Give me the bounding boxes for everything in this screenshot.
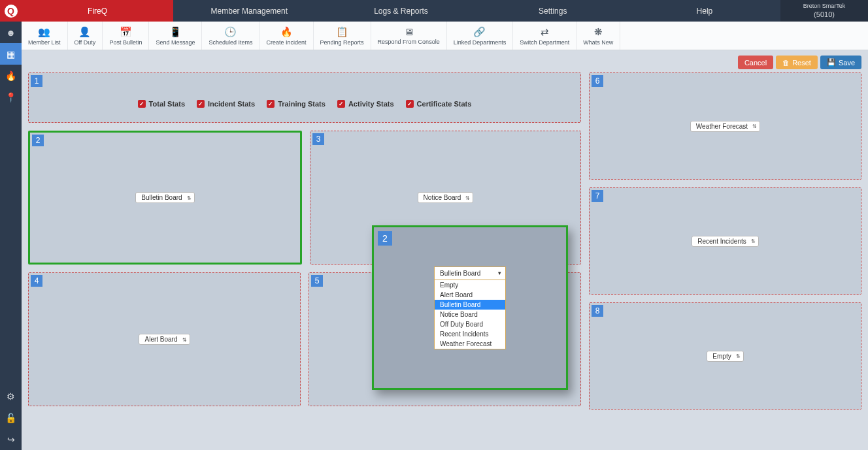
trash-icon: 🗑 <box>782 59 790 67</box>
tab-settings[interactable]: Settings <box>477 0 629 22</box>
calendar-icon: 📅 <box>120 26 132 38</box>
panel-number: 2 <box>32 135 44 146</box>
check-certificate-stats[interactable]: ✓Certificate Stats <box>406 100 472 108</box>
panel-1[interactable]: 1 ✓Total Stats ✓Incident Stats ✓Training… <box>28 72 581 123</box>
side-map-icon[interactable]: 📍 <box>0 86 22 108</box>
dropdown-option-empty[interactable]: Empty <box>435 280 505 290</box>
panel-number: 7 <box>592 190 603 202</box>
check-training-stats[interactable]: ✓Training Stats <box>267 100 326 108</box>
side-fire-icon[interactable]: 🔥 <box>0 65 22 86</box>
checkbox-icon: ✓ <box>406 100 414 108</box>
side-grid-icon[interactable]: ▦ <box>0 43 22 65</box>
panel-4[interactable]: 4 Alert Board <box>28 272 301 406</box>
panel-number: 2 <box>378 231 392 246</box>
dropdown-selected[interactable]: Bulletin Board <box>435 267 505 280</box>
panel-2[interactable]: 2 Bulletin Board <box>28 131 302 265</box>
tab-logs-reports[interactable]: Logs & Reports <box>325 0 476 22</box>
panel-7[interactable]: 7 Recent Incidents <box>589 187 861 295</box>
panel-2-detail-overlay: 2 Bulletin Board Empty Alert Board Bulle… <box>372 225 568 390</box>
tab-member-management[interactable]: Member Management <box>173 0 325 22</box>
panel-7-select[interactable]: Recent Incidents <box>692 236 759 247</box>
side-gear-icon[interactable]: ⚙ <box>0 385 22 407</box>
phone-icon: 📱 <box>169 26 182 38</box>
dropdown-option-alert-board[interactable]: Alert Board <box>435 290 505 300</box>
logo-icon: Q <box>5 5 18 18</box>
panel-8-select[interactable]: Empty <box>707 351 743 362</box>
fire-icon: 🔥 <box>280 26 293 38</box>
tool-member-list[interactable]: 👥Member List <box>22 22 68 50</box>
checkbox-icon: ✓ <box>138 100 146 108</box>
sidebar: ☻ ▦ 🔥 📍 ⚙ 🔓 ↪ <box>0 22 22 450</box>
tool-switch-department[interactable]: ⇄Switch Department <box>513 22 576 50</box>
swap-icon: ⇄ <box>541 26 549 38</box>
save-button[interactable]: 💾Save <box>820 56 861 69</box>
logo-cell[interactable]: Q <box>0 0 22 22</box>
user-name: Breton SmarTek <box>803 3 846 10</box>
side-unlock-icon[interactable]: 🔓 <box>0 407 22 428</box>
panel-4-select[interactable]: Alert Board <box>139 334 190 345</box>
tool-respond-console[interactable]: 🖥Respond From Console <box>371 22 447 50</box>
panel-number: 8 <box>592 305 603 317</box>
content-area: Cancel 🗑Reset 💾Save 1 ✓Total Stats ✓Inci… <box>22 50 868 450</box>
check-activity-stats[interactable]: ✓Activity Stats <box>337 100 394 108</box>
checkbox-icon: ✓ <box>197 100 205 108</box>
panel-number: 6 <box>592 75 603 87</box>
panel-3-select[interactable]: Notice Board <box>418 192 474 203</box>
clock-icon: 🕒 <box>224 26 237 38</box>
tool-scheduled-items[interactable]: 🕒Scheduled Items <box>202 22 259 50</box>
tool-send-message[interactable]: 📱Send Message <box>149 22 202 50</box>
save-icon: 💾 <box>827 58 836 67</box>
dropdown-option-notice-board[interactable]: Notice Board <box>435 310 505 319</box>
tool-pending-reports[interactable]: 📋Pending Reports <box>314 22 371 50</box>
panel-6-select[interactable]: Weather Forecast <box>690 121 760 132</box>
tool-create-incident[interactable]: 🔥Create Incident <box>260 22 314 50</box>
tab-fireq[interactable]: FireQ <box>22 0 173 22</box>
people-icon: 👥 <box>38 26 50 38</box>
panel-6[interactable]: 6 Weather Forecast <box>589 72 861 180</box>
user-badge[interactable]: Breton SmarTek (5010) <box>780 0 868 22</box>
tool-linked-departments[interactable]: 🔗Linked Departments <box>447 22 514 50</box>
cancel-button[interactable]: Cancel <box>738 56 773 69</box>
check-total-stats[interactable]: ✓Total Stats <box>138 100 185 108</box>
person-icon: 👤 <box>78 26 91 38</box>
reset-button[interactable]: 🗑Reset <box>776 56 818 69</box>
tool-off-duty[interactable]: 👤Off Duty <box>68 22 103 50</box>
dropdown-option-off-duty-board[interactable]: Off Duty Board <box>435 319 505 329</box>
tool-post-bulletin[interactable]: 📅Post Bulletin <box>103 22 149 50</box>
monitor-icon: 🖥 <box>404 26 414 37</box>
tool-whats-new[interactable]: ❋Whats New <box>576 22 620 50</box>
dropdown-option-bulletin-board[interactable]: Bulletin Board <box>435 300 505 310</box>
panel-2-select[interactable]: Bulletin Board <box>135 192 194 203</box>
panel-number: 5 <box>311 275 323 287</box>
toolbar: 👥Member List 👤Off Duty 📅Post Bulletin 📱S… <box>22 22 868 50</box>
checkbox-icon: ✓ <box>267 100 275 108</box>
tab-help[interactable]: Help <box>629 0 780 22</box>
link-icon: 🔗 <box>473 26 486 38</box>
dropdown-option-weather-forecast[interactable]: Weather Forecast <box>435 339 505 349</box>
panel-number: 1 <box>31 75 42 87</box>
user-id: (5010) <box>814 10 835 19</box>
clipboard-icon: 📋 <box>336 26 348 38</box>
panel-8[interactable]: 8 Empty <box>589 302 861 410</box>
side-logout-icon[interactable]: ↪ <box>0 428 22 450</box>
panel-number: 3 <box>312 133 324 145</box>
star-icon: ❋ <box>594 26 603 38</box>
panel-number: 4 <box>31 275 42 287</box>
side-face-icon[interactable]: ☻ <box>0 22 22 43</box>
checkbox-icon: ✓ <box>337 100 345 108</box>
widget-type-dropdown[interactable]: Bulletin Board Empty Alert Board Bulleti… <box>434 266 506 349</box>
dropdown-option-recent-incidents[interactable]: Recent Incidents <box>435 329 505 339</box>
check-incident-stats[interactable]: ✓Incident Stats <box>197 100 255 108</box>
dropdown-list: Empty Alert Board Bulletin Board Notice … <box>435 280 505 349</box>
